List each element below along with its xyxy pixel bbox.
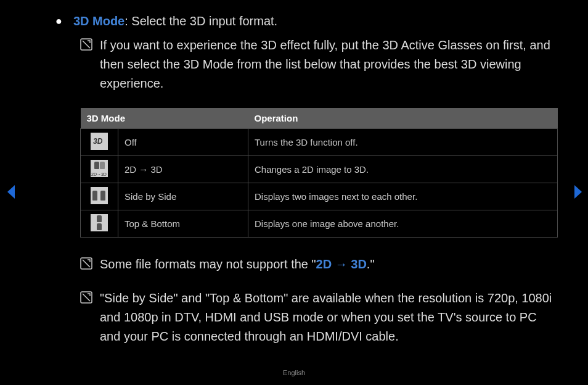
- footer-language: English: [0, 369, 588, 376]
- note-1-keyword: 2D → 3D: [316, 257, 367, 271]
- arrow-left-icon: [6, 185, 17, 199]
- note-1-post: .": [367, 257, 375, 271]
- arrow-right-icon: [572, 185, 583, 199]
- col-header-mode: 3D Mode: [81, 108, 248, 129]
- mode-operation: Changes a 2D image to 3D.: [248, 156, 558, 183]
- table-row: Off Turns the 3D function off.: [81, 129, 558, 156]
- heading-row: ● 3D Mode: Select the 3D input format.: [55, 12, 555, 30]
- note-2: "Side by Side" and "Top & Bottom" are av…: [100, 289, 555, 346]
- note-icon: [80, 257, 92, 270]
- mode-name: Top & Bottom: [118, 210, 248, 238]
- bullet-icon: ●: [55, 12, 62, 30]
- table-row: Side by Side Displays two images next to…: [81, 183, 558, 210]
- heading-text: 3D Mode: Select the 3D input format.: [73, 12, 277, 30]
- mode-operation: Turns the 3D function off.: [248, 129, 558, 156]
- mode-off-icon: [91, 133, 108, 150]
- table-row: Top & Bottom Displays one image above an…: [81, 210, 558, 238]
- table-row: 2D → 3D Changes a 2D image to 3D.: [81, 156, 558, 183]
- next-page-button[interactable]: [572, 185, 583, 199]
- note-1-pre: Some file formats may not support the ": [100, 257, 316, 271]
- modes-table: 3D Mode Operation Off Turns the 3D funct…: [80, 108, 558, 238]
- mode-sbs-icon: [91, 187, 108, 204]
- prev-page-button[interactable]: [6, 185, 17, 199]
- note-icon: [80, 38, 92, 51]
- mode-operation: Displays two images next to each other.: [248, 183, 558, 210]
- mode-name: 2D → 3D: [118, 156, 248, 183]
- heading-keyword: 3D Mode: [73, 14, 125, 28]
- intro-note: If you want to experience the 3D effect …: [100, 36, 555, 93]
- mode-operation: Displays one image above another.: [248, 210, 558, 238]
- col-header-operation: Operation: [248, 108, 558, 129]
- mode-tb-icon: [91, 214, 108, 231]
- manual-page: ● 3D Mode: Select the 3D input format. I…: [0, 0, 588, 385]
- svg-marker-0: [7, 185, 15, 199]
- note-1: Some file formats may not support the "2…: [100, 255, 375, 274]
- mode-2d3d-icon: [91, 160, 108, 177]
- note-icon: [80, 291, 92, 304]
- svg-marker-1: [574, 185, 582, 199]
- heading-rest: : Select the 3D input format.: [125, 14, 277, 28]
- mode-name: Side by Side: [118, 183, 248, 210]
- mode-name: Off: [118, 129, 248, 156]
